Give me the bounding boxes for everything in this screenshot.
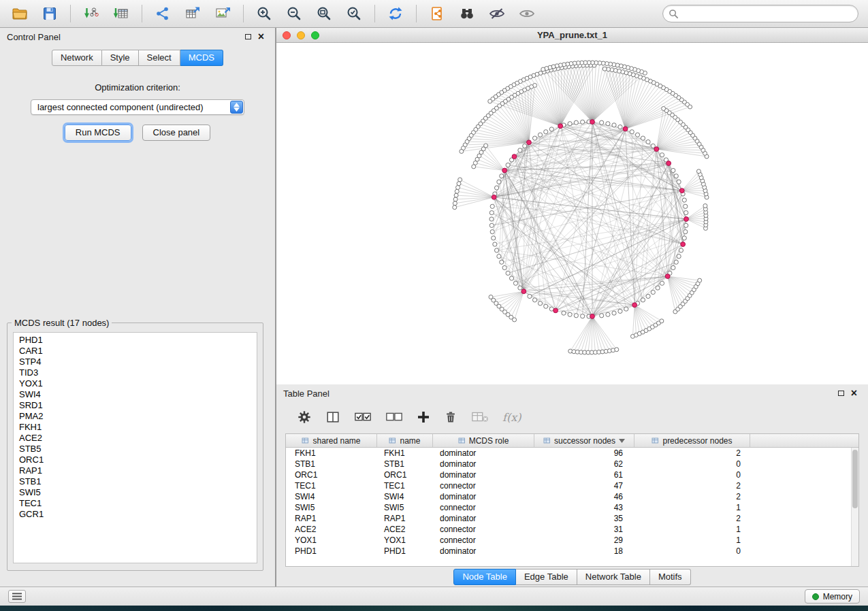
show-column-panel-button[interactable] — [325, 410, 340, 425]
column-header-shared-name[interactable]: shared name — [286, 434, 377, 447]
save-icon — [42, 5, 58, 22]
screen: Control Panel × NetworkStyleSelectMCDS O… — [0, 0, 868, 611]
zoom-out-button[interactable] — [280, 3, 308, 24]
toolbar-separator — [374, 5, 375, 22]
select-all-rows-button[interactable] — [354, 410, 372, 424]
window-minimize-icon[interactable] — [297, 31, 305, 39]
close-panel-icon[interactable]: × — [258, 33, 264, 41]
table-scrollbar[interactable] — [851, 448, 858, 566]
tab-node-table[interactable]: Node Table — [453, 569, 516, 585]
close-panel-button[interactable]: Close panel — [142, 125, 211, 141]
search-icon — [669, 9, 679, 19]
table-row[interactable]: SWI5SWI5connector431 — [286, 502, 858, 513]
table-row[interactable]: YOX1YOX1connector291 — [286, 535, 858, 546]
result-node-item[interactable]: ACE2 — [14, 433, 257, 444]
tab-network[interactable]: Network — [52, 50, 102, 66]
result-node-item[interactable]: CAR1 — [14, 346, 257, 357]
tab-mcds[interactable]: MCDS — [180, 50, 223, 66]
float-panel-icon[interactable] — [838, 391, 844, 396]
table-settings-button[interactable] — [297, 410, 312, 425]
column-header-predecessor-nodes[interactable]: predecessor nodes — [634, 434, 750, 447]
zoom-selected-button[interactable] — [340, 3, 368, 24]
result-node-item[interactable]: ORC1 — [14, 455, 257, 465]
table-row[interactable]: STB1STB1dominator620 — [286, 459, 858, 469]
tab-motifs[interactable]: Motifs — [650, 569, 691, 585]
table-cell: SWI5 — [286, 503, 377, 512]
hide-selected-button[interactable] — [483, 3, 511, 24]
result-node-item[interactable]: RAP1 — [14, 465, 257, 476]
window-zoom-icon[interactable] — [311, 31, 319, 39]
open-session-button[interactable] — [5, 3, 34, 24]
toolbar-separator — [416, 5, 417, 22]
table-row[interactable]: FKH1FKH1dominator962 — [286, 448, 858, 459]
memory-status-icon — [812, 593, 819, 600]
result-node-item[interactable]: STB1 — [14, 476, 257, 487]
table-row[interactable]: ORC1ORC1dominator610 — [286, 469, 858, 480]
control-panel-title: Control Panel — [7, 32, 61, 42]
delete-column-button[interactable] — [444, 410, 457, 425]
tab-select[interactable]: Select — [139, 50, 180, 66]
table-cell: SWI5 — [377, 503, 433, 512]
node-table: shared name name MCDS — [285, 433, 859, 567]
import-network-icon — [83, 5, 99, 22]
refresh-view-button[interactable] — [381, 3, 410, 24]
close-panel-icon[interactable]: × — [851, 389, 857, 397]
save-session-button[interactable] — [35, 3, 64, 24]
optimization-criterion-select[interactable]: largest connected component (undirected) — [31, 99, 244, 115]
result-node-item[interactable]: YOX1 — [14, 378, 257, 389]
deselect-all-rows-button[interactable] — [385, 410, 403, 424]
table-row[interactable]: RAP1RAP1dominator352 — [286, 513, 858, 524]
import-table-file-button[interactable] — [107, 3, 135, 24]
result-node-item[interactable]: STB5 — [14, 444, 257, 455]
table-cell: 62 — [534, 459, 634, 469]
table-cell: 46 — [534, 492, 634, 501]
status-menu-button[interactable] — [8, 590, 26, 603]
result-node-item[interactable]: SWI4 — [14, 389, 257, 400]
column-sort-icon — [652, 437, 659, 444]
search-input[interactable] — [662, 5, 858, 22]
table-cell: dominator — [433, 459, 534, 469]
export-network-button[interactable] — [148, 3, 177, 24]
table-scrollbar-thumb[interactable] — [852, 450, 858, 508]
table-cell: 31 — [534, 525, 634, 534]
result-node-item[interactable]: PHD1 — [14, 335, 257, 346]
export-image-button[interactable] — [208, 3, 237, 24]
export-table-button[interactable] — [178, 3, 207, 24]
column-header-successor-nodes[interactable]: successor nodes — [534, 434, 634, 447]
result-node-item[interactable]: PMA2 — [14, 411, 257, 422]
result-node-item[interactable]: STP4 — [14, 357, 257, 367]
result-node-item[interactable]: SRD1 — [14, 400, 257, 411]
add-column-button[interactable] — [417, 410, 430, 424]
zoom-selected-icon — [346, 5, 362, 22]
table-row[interactable]: ACE2ACE2connector311 — [286, 524, 858, 535]
result-node-item[interactable]: GCR1 — [14, 509, 257, 520]
tab-network-table[interactable]: Network Table — [577, 569, 650, 585]
share-document-button[interactable] — [423, 3, 451, 24]
table-row[interactable]: PHD1PHD1dominator180 — [286, 546, 858, 557]
network-canvas[interactable] — [276, 43, 868, 384]
window-close-icon[interactable] — [283, 31, 291, 39]
show-all-button[interactable] — [513, 3, 541, 24]
import-network-file-button[interactable] — [77, 3, 106, 24]
mcds-result-title: MCDS result (17 nodes) — [12, 318, 112, 328]
run-mcds-button[interactable]: Run MCDS — [65, 125, 131, 141]
zoom-in-button[interactable] — [250, 3, 278, 24]
table-panel-title: Table Panel — [283, 389, 329, 399]
result-node-item[interactable]: TEC1 — [14, 498, 257, 509]
zoom-fit-button[interactable] — [310, 3, 338, 24]
tab-style[interactable]: Style — [102, 50, 139, 66]
binoculars-icon — [459, 5, 475, 22]
result-node-item[interactable]: FKH1 — [14, 422, 257, 433]
column-header-name[interactable]: name — [377, 434, 433, 447]
zoom-fit-icon — [316, 5, 332, 22]
memory-button[interactable]: Memory — [805, 589, 860, 604]
find-network-button[interactable] — [453, 3, 481, 24]
table-row[interactable]: SWI4SWI4dominator462 — [286, 491, 858, 502]
table-cell: 0 — [634, 459, 750, 469]
table-row[interactable]: TEC1TEC1connector472 — [286, 480, 858, 491]
result-node-item[interactable]: TID3 — [14, 367, 257, 378]
column-header-mcds-role[interactable]: MCDS role — [433, 434, 534, 447]
float-panel-icon[interactable] — [245, 34, 251, 39]
result-node-item[interactable]: SWI5 — [14, 487, 257, 498]
tab-edge-table[interactable]: Edge Table — [516, 569, 577, 585]
